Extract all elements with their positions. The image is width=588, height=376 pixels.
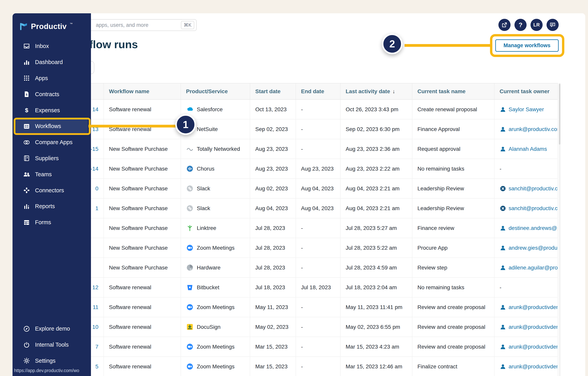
workflow-name-cell-text: Software renewal	[109, 304, 151, 310]
table-row[interactable]: New Software PurchaseLinktreeJul 28, 202…	[51, 218, 558, 238]
owner-link[interactable]: destinee.andrews@pr	[509, 225, 558, 231]
sidebar-item-apps[interactable]: Apps	[12, 70, 91, 86]
sidebar-item-connectors[interactable]: Connectors	[12, 182, 91, 198]
user-avatar[interactable]: LR	[530, 19, 543, 31]
table-row[interactable]: 12Software renewalBitbucketJul 18, 2023J…	[51, 278, 558, 298]
reports-icon	[23, 203, 30, 210]
workflow-id-link[interactable]: 10	[92, 324, 98, 330]
column-header-current-task-owner[interactable]: Current task owner	[494, 83, 558, 99]
task-name-cell-text: Leadership Review	[417, 205, 464, 211]
workflow-name-cell-text: Software renewal	[109, 344, 151, 350]
last-activity-cell: Jul 18, 2023 2:04 am	[341, 278, 412, 297]
column-header-last-activity-date[interactable]: Last activity date↓	[341, 83, 412, 99]
product-cell: NNetSuite	[181, 120, 250, 139]
sidebar-item-explore-demo[interactable]: Explore demo	[12, 321, 91, 337]
workflow-id-link[interactable]: 5	[95, 364, 98, 370]
owner-link[interactable]: sanchit@productiv.cc	[509, 186, 558, 192]
workflow-id-link[interactable]: 13	[92, 126, 98, 133]
column-header-workflow-name[interactable]: Workflow name	[104, 83, 181, 99]
last-activity-cell-text: Jul 28, 2023 5:22 am	[346, 245, 397, 251]
table-scrollbar-thumb[interactable]	[559, 84, 560, 144]
owner-link[interactable]: arunk@productivdem	[509, 364, 558, 370]
zoom-icon	[186, 343, 194, 351]
last-activity-cell: Jul 28, 2023 4:59 am	[341, 258, 412, 277]
sidebar-item-forms[interactable]: Forms	[12, 214, 91, 231]
workflow-id-link[interactable]: 0	[95, 186, 98, 192]
owner-link[interactable]: adilene.aguilar@prod	[509, 265, 558, 271]
owner-link[interactable]: Saylor Sawyer	[509, 106, 544, 113]
workflow-name-cell-text: New Software Purchase	[109, 205, 168, 211]
table-row[interactable]: 5Software renewalZoom MeetingsMar 15, 20…	[51, 357, 558, 376]
status-url-preview: https://app.dev.productiv.com/wo	[14, 368, 79, 373]
workflow-id-link[interactable]: 11	[93, 304, 98, 310]
start-date-cell: Aug 23, 2023	[250, 159, 296, 178]
slack-icon	[186, 204, 194, 212]
owner-link[interactable]: arunk@productiv.con	[509, 126, 558, 133]
sidebar-item-compare-apps[interactable]: Compare Apps	[12, 134, 91, 150]
table-row[interactable]: -14New Software PurchaseChorusAug 23, 20…	[51, 159, 558, 179]
owner-link[interactable]: Alannah Adams	[509, 146, 547, 152]
table-row[interactable]: 7Software renewalZoom MeetingsMar 15, 20…	[51, 337, 558, 357]
table-row[interactable]: 13Software renewalNNetSuiteSep 02, 2023-…	[51, 120, 558, 139]
workflow-name-cell-text: Software renewal	[109, 364, 151, 370]
end-date-cell-text: -	[301, 126, 303, 133]
sidebar-item-reports[interactable]: Reports	[12, 198, 91, 214]
table-row[interactable]: New Software PurchaseHardwareJul 28, 202…	[51, 258, 558, 278]
sidebar-item-label: Suppliers	[35, 155, 59, 162]
sidebar-item-dashboard[interactable]: Dashboard	[12, 54, 91, 70]
owner-link[interactable]: sanchit@productiv.cc	[509, 205, 558, 211]
brand-logo[interactable]: Productiv ™	[18, 22, 73, 31]
product-cell: Hardware	[181, 258, 250, 277]
owner-link[interactable]: arunk@productivdem	[509, 344, 558, 350]
sidebar-item-suppliers[interactable]: Suppliers	[12, 150, 91, 166]
table-row[interactable]: 10Software renewalDocuSignMay 02, 2023-M…	[51, 317, 558, 337]
sidebar-item-expenses[interactable]: $Expenses	[12, 102, 91, 118]
task-name-cell-text: No remaining tasks	[417, 284, 464, 291]
sidebar-item-teams[interactable]: Teams	[12, 166, 91, 182]
product-cell: Chorus	[181, 159, 250, 178]
manage-workflows-button[interactable]: Manage workflows	[495, 39, 559, 52]
product-name: Linktree	[197, 225, 216, 231]
table-row[interactable]: New Software PurchaseZoom MeetingsJul 28…	[51, 238, 558, 258]
workflow-id-link[interactable]: -15	[91, 146, 98, 152]
sidebar-item-settings[interactable]: Settings	[12, 353, 91, 369]
table-row[interactable]: 0New Software PurchaseSlackAug 02, 2023A…	[51, 179, 558, 199]
end-date-cell: -	[296, 317, 341, 337]
table-row[interactable]: 1New Software PurchaseSlackAug 04, 2023A…	[51, 199, 558, 218]
share-icon[interactable]	[498, 19, 511, 31]
owner-link[interactable]: arunk@productivdem	[509, 304, 558, 310]
owner-cell: arunk@productivdem	[494, 298, 558, 317]
task-name-cell-text: Create renewal proposal	[417, 106, 477, 113]
column-header-current-task-name[interactable]: Current task name	[412, 83, 494, 99]
workflow-id-link[interactable]: 14	[92, 106, 98, 113]
search-input[interactable]	[86, 19, 197, 31]
arrow-down-icon: ↓	[392, 88, 395, 95]
column-header-start-date[interactable]: Start date	[250, 83, 296, 99]
task-name-cell-text: Request approval	[417, 146, 460, 152]
table-scrollbar[interactable]	[559, 83, 561, 376]
table-row[interactable]: 14Software renewalSalesforceOct 13, 2023…	[51, 100, 558, 120]
sidebar-item-internal-tools[interactable]: Internal Tools	[12, 337, 91, 353]
sidebar-item-inbox[interactable]: Inbox	[12, 38, 91, 54]
table-row[interactable]: -15New Software PurchaseTotally Networke…	[51, 139, 558, 159]
workflow-id-link[interactable]: 12	[92, 284, 98, 291]
table-row[interactable]: 11Software renewalZoom MeetingsMay 11, 2…	[51, 298, 558, 317]
task-name-cell-text: No remaining tasks	[417, 166, 464, 172]
help-icon[interactable]: ?	[514, 19, 526, 31]
task-name-cell-text: Leadership Review	[417, 186, 464, 192]
last-activity-cell-text: Jul 28, 2023 4:59 am	[346, 265, 397, 271]
end-date-cell: -	[296, 218, 341, 238]
owner-link[interactable]: arunk@productivdem	[509, 324, 558, 330]
sidebar-item-contracts[interactable]: $Contracts	[12, 86, 91, 102]
feedback-icon[interactable]	[546, 19, 559, 31]
column-header-product-service[interactable]: Product/Service	[181, 83, 250, 99]
workflow-id-link[interactable]: 1	[95, 205, 98, 211]
owner-link[interactable]: andrew.gies@produc	[509, 245, 558, 251]
end-date-cell: -	[296, 357, 341, 376]
end-date-cell: -	[296, 337, 341, 356]
column-header-end-date[interactable]: End date	[296, 83, 341, 99]
sidebar-item-workflows[interactable]: Workflows	[16, 118, 88, 134]
workflow-id-link[interactable]: -14	[91, 166, 98, 172]
start-date-cell-text: Aug 02, 2023	[255, 186, 288, 192]
workflow-id-link[interactable]: 7	[95, 344, 98, 350]
